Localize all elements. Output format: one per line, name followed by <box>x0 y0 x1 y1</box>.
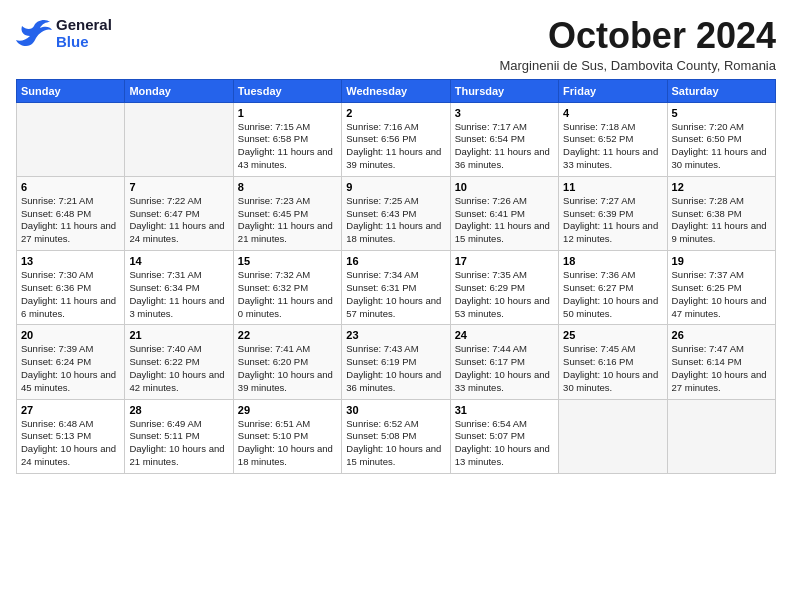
weekday-header-monday: Monday <box>125 79 233 102</box>
cell-text: Sunrise: 7:28 AMSunset: 6:38 PMDaylight:… <box>672 195 771 246</box>
calendar-cell: 12Sunrise: 7:28 AMSunset: 6:38 PMDayligh… <box>667 176 775 250</box>
cell-text: Sunrise: 6:54 AMSunset: 5:07 PMDaylight:… <box>455 418 554 469</box>
day-number: 2 <box>346 107 445 119</box>
day-number: 17 <box>455 255 554 267</box>
calendar-table: SundayMondayTuesdayWednesdayThursdayFrid… <box>16 79 776 474</box>
day-number: 16 <box>346 255 445 267</box>
cell-text: Sunrise: 6:48 AMSunset: 5:13 PMDaylight:… <box>21 418 120 469</box>
cell-text: Sunrise: 7:30 AMSunset: 6:36 PMDaylight:… <box>21 269 120 320</box>
weekday-header-thursday: Thursday <box>450 79 558 102</box>
calendar-cell <box>667 399 775 473</box>
calendar-row-3: 13Sunrise: 7:30 AMSunset: 6:36 PMDayligh… <box>17 251 776 325</box>
calendar-cell: 19Sunrise: 7:37 AMSunset: 6:25 PMDayligh… <box>667 251 775 325</box>
day-number: 25 <box>563 329 662 341</box>
day-number: 27 <box>21 404 120 416</box>
calendar-cell: 24Sunrise: 7:44 AMSunset: 6:17 PMDayligh… <box>450 325 558 399</box>
cell-text: Sunrise: 7:23 AMSunset: 6:45 PMDaylight:… <box>238 195 337 246</box>
calendar-cell: 31Sunrise: 6:54 AMSunset: 5:07 PMDayligh… <box>450 399 558 473</box>
cell-text: Sunrise: 7:43 AMSunset: 6:19 PMDaylight:… <box>346 343 445 394</box>
calendar-cell: 14Sunrise: 7:31 AMSunset: 6:34 PMDayligh… <box>125 251 233 325</box>
cell-text: Sunrise: 7:17 AMSunset: 6:54 PMDaylight:… <box>455 121 554 172</box>
day-number: 22 <box>238 329 337 341</box>
calendar-cell <box>125 102 233 176</box>
day-number: 20 <box>21 329 120 341</box>
day-number: 29 <box>238 404 337 416</box>
calendar-cell: 29Sunrise: 6:51 AMSunset: 5:10 PMDayligh… <box>233 399 341 473</box>
cell-text: Sunrise: 7:37 AMSunset: 6:25 PMDaylight:… <box>672 269 771 320</box>
calendar-cell: 3Sunrise: 7:17 AMSunset: 6:54 PMDaylight… <box>450 102 558 176</box>
day-number: 19 <box>672 255 771 267</box>
day-number: 21 <box>129 329 228 341</box>
cell-text: Sunrise: 7:44 AMSunset: 6:17 PMDaylight:… <box>455 343 554 394</box>
calendar-cell: 7Sunrise: 7:22 AMSunset: 6:47 PMDaylight… <box>125 176 233 250</box>
day-number: 31 <box>455 404 554 416</box>
calendar-cell: 6Sunrise: 7:21 AMSunset: 6:48 PMDaylight… <box>17 176 125 250</box>
calendar-cell: 20Sunrise: 7:39 AMSunset: 6:24 PMDayligh… <box>17 325 125 399</box>
calendar-cell: 28Sunrise: 6:49 AMSunset: 5:11 PMDayligh… <box>125 399 233 473</box>
calendar-cell: 30Sunrise: 6:52 AMSunset: 5:08 PMDayligh… <box>342 399 450 473</box>
day-number: 23 <box>346 329 445 341</box>
weekday-header-sunday: Sunday <box>17 79 125 102</box>
day-number: 13 <box>21 255 120 267</box>
day-number: 9 <box>346 181 445 193</box>
cell-text: Sunrise: 6:51 AMSunset: 5:10 PMDaylight:… <box>238 418 337 469</box>
calendar-cell: 25Sunrise: 7:45 AMSunset: 6:16 PMDayligh… <box>559 325 667 399</box>
cell-text: Sunrise: 7:21 AMSunset: 6:48 PMDaylight:… <box>21 195 120 246</box>
calendar-cell: 2Sunrise: 7:16 AMSunset: 6:56 PMDaylight… <box>342 102 450 176</box>
cell-text: Sunrise: 7:15 AMSunset: 6:58 PMDaylight:… <box>238 121 337 172</box>
cell-text: Sunrise: 7:35 AMSunset: 6:29 PMDaylight:… <box>455 269 554 320</box>
calendar-cell: 11Sunrise: 7:27 AMSunset: 6:39 PMDayligh… <box>559 176 667 250</box>
day-number: 5 <box>672 107 771 119</box>
day-number: 18 <box>563 255 662 267</box>
cell-text: Sunrise: 7:18 AMSunset: 6:52 PMDaylight:… <box>563 121 662 172</box>
calendar-cell: 8Sunrise: 7:23 AMSunset: 6:45 PMDaylight… <box>233 176 341 250</box>
month-title: October 2024 <box>499 16 776 56</box>
calendar-cell: 26Sunrise: 7:47 AMSunset: 6:14 PMDayligh… <box>667 325 775 399</box>
weekday-header-saturday: Saturday <box>667 79 775 102</box>
cell-text: Sunrise: 7:34 AMSunset: 6:31 PMDaylight:… <box>346 269 445 320</box>
logo: General Blue <box>16 16 112 50</box>
page-header: General Blue October 2024 Marginenii de … <box>16 16 776 73</box>
calendar-cell <box>17 102 125 176</box>
cell-text: Sunrise: 6:49 AMSunset: 5:11 PMDaylight:… <box>129 418 228 469</box>
day-number: 24 <box>455 329 554 341</box>
calendar-cell <box>559 399 667 473</box>
calendar-cell: 16Sunrise: 7:34 AMSunset: 6:31 PMDayligh… <box>342 251 450 325</box>
cell-text: Sunrise: 7:26 AMSunset: 6:41 PMDaylight:… <box>455 195 554 246</box>
weekday-header-row: SundayMondayTuesdayWednesdayThursdayFrid… <box>17 79 776 102</box>
calendar-cell: 9Sunrise: 7:25 AMSunset: 6:43 PMDaylight… <box>342 176 450 250</box>
calendar-cell: 21Sunrise: 7:40 AMSunset: 6:22 PMDayligh… <box>125 325 233 399</box>
day-number: 3 <box>455 107 554 119</box>
cell-text: Sunrise: 7:36 AMSunset: 6:27 PMDaylight:… <box>563 269 662 320</box>
cell-text: Sunrise: 7:25 AMSunset: 6:43 PMDaylight:… <box>346 195 445 246</box>
cell-text: Sunrise: 7:16 AMSunset: 6:56 PMDaylight:… <box>346 121 445 172</box>
calendar-row-5: 27Sunrise: 6:48 AMSunset: 5:13 PMDayligh… <box>17 399 776 473</box>
weekday-header-friday: Friday <box>559 79 667 102</box>
cell-text: Sunrise: 7:41 AMSunset: 6:20 PMDaylight:… <box>238 343 337 394</box>
calendar-cell: 5Sunrise: 7:20 AMSunset: 6:50 PMDaylight… <box>667 102 775 176</box>
cell-text: Sunrise: 7:47 AMSunset: 6:14 PMDaylight:… <box>672 343 771 394</box>
calendar-cell: 22Sunrise: 7:41 AMSunset: 6:20 PMDayligh… <box>233 325 341 399</box>
location: Marginenii de Sus, Dambovita County, Rom… <box>499 58 776 73</box>
day-number: 26 <box>672 329 771 341</box>
weekday-header-tuesday: Tuesday <box>233 79 341 102</box>
day-number: 7 <box>129 181 228 193</box>
day-number: 30 <box>346 404 445 416</box>
weekday-header-wednesday: Wednesday <box>342 79 450 102</box>
cell-text: Sunrise: 6:52 AMSunset: 5:08 PMDaylight:… <box>346 418 445 469</box>
calendar-cell: 17Sunrise: 7:35 AMSunset: 6:29 PMDayligh… <box>450 251 558 325</box>
day-number: 8 <box>238 181 337 193</box>
calendar-row-4: 20Sunrise: 7:39 AMSunset: 6:24 PMDayligh… <box>17 325 776 399</box>
day-number: 12 <box>672 181 771 193</box>
calendar-cell: 10Sunrise: 7:26 AMSunset: 6:41 PMDayligh… <box>450 176 558 250</box>
cell-text: Sunrise: 7:27 AMSunset: 6:39 PMDaylight:… <box>563 195 662 246</box>
cell-text: Sunrise: 7:22 AMSunset: 6:47 PMDaylight:… <box>129 195 228 246</box>
calendar-cell: 23Sunrise: 7:43 AMSunset: 6:19 PMDayligh… <box>342 325 450 399</box>
day-number: 11 <box>563 181 662 193</box>
cell-text: Sunrise: 7:39 AMSunset: 6:24 PMDaylight:… <box>21 343 120 394</box>
cell-text: Sunrise: 7:20 AMSunset: 6:50 PMDaylight:… <box>672 121 771 172</box>
calendar-cell: 18Sunrise: 7:36 AMSunset: 6:27 PMDayligh… <box>559 251 667 325</box>
day-number: 28 <box>129 404 228 416</box>
day-number: 6 <box>21 181 120 193</box>
day-number: 15 <box>238 255 337 267</box>
